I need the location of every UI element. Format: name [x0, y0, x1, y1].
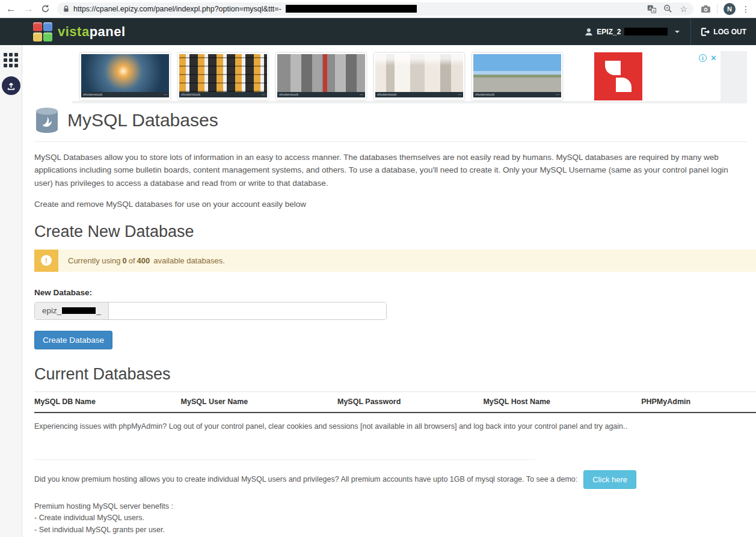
intro-paragraph-2: Create and remove MySQL databases for us…: [34, 200, 747, 209]
shutterstock-logo[interactable]: [594, 52, 642, 100]
logo-squares-icon: [33, 22, 52, 41]
logout-button[interactable]: LOG OUT: [691, 18, 749, 45]
url-text: https://cpanel.epizy.com/panel/indexpl.p…: [73, 5, 281, 13]
column-host-name: MySQL Host Name: [483, 397, 641, 406]
toolbar-divider: [717, 4, 718, 14]
phpmyadmin-note: Experiencing issues with phpMyAdmin? Log…: [34, 422, 747, 431]
browser-profile-avatar[interactable]: N: [724, 3, 736, 15]
create-database-heading: Create New Database: [34, 222, 747, 241]
user-icon: [585, 28, 593, 36]
intro-paragraph: MySQL Databases allow you to store lots …: [34, 151, 747, 189]
reload-icon[interactable]: [41, 4, 50, 13]
app-navbar: vistapanel EPIZ_2 LOG OUT: [0, 18, 756, 45]
zoom-out-icon[interactable]: [663, 4, 672, 13]
browser-menu-icon[interactable]: ⋮: [742, 4, 750, 14]
back-icon[interactable]: ←: [6, 4, 16, 14]
left-sidebar: [0, 45, 22, 537]
logout-icon: [701, 28, 710, 36]
ad-creative[interactable]: shutterstock— shutterstock— shutterstock…: [72, 51, 721, 101]
divider: [34, 459, 535, 460]
database-prefix-addon: epiz_ _: [35, 302, 109, 319]
ad-thumbnail-city[interactable]: shutterstock—: [276, 53, 366, 100]
forward-icon[interactable]: →: [23, 4, 34, 14]
redaction-bar: [624, 28, 668, 35]
benefit-item: - Set individual MySQL grants per user.: [34, 525, 747, 535]
ad-banner: shutterstock— shutterstock— shutterstock…: [72, 51, 747, 103]
stock-image: [277, 54, 365, 92]
chevron-down-icon: [675, 31, 680, 33]
click-here-button[interactable]: Click here: [583, 470, 636, 489]
database-name-input[interactable]: [109, 302, 386, 319]
new-database-input-group: epiz_ _: [34, 302, 387, 320]
browser-chrome: ← → https://cpanel.epizy.com/panel/index…: [0, 0, 756, 18]
brand-text: vistapanel: [58, 24, 126, 40]
page-title: MySQL Databases: [67, 110, 218, 130]
ad-thumbnail-door[interactable]: shutterstock—: [80, 53, 170, 100]
redaction-bar: [286, 5, 417, 13]
bookmark-star-icon[interactable]: ☆: [680, 4, 687, 14]
reload-icon-glyph: [41, 4, 50, 13]
translate-icon[interactable]: A a: [647, 5, 656, 13]
warning-icon: !: [34, 250, 58, 272]
benefit-item: - Create individual MySQL users.: [34, 513, 747, 523]
ad-thumbnail-templates[interactable]: shutterstock—: [178, 53, 268, 100]
stock-image: [179, 54, 267, 92]
watermark-label: shutterstock: [279, 93, 298, 96]
usage-alert-text: Currently using 0 of 400 available datab…: [58, 250, 235, 272]
stock-image: [81, 54, 169, 92]
databases-table: MySQL DB Name MySQL User Name MySQL Pass…: [34, 391, 756, 413]
logo-shape: [616, 78, 632, 92]
current-databases-heading: Current Databases: [34, 365, 747, 384]
stock-image: [375, 54, 463, 92]
watermark-label: shutterstock: [83, 93, 102, 96]
table-header-row: MySQL DB Name MySQL User Name MySQL Pass…: [34, 391, 756, 413]
upload-icon: [6, 81, 16, 91]
logout-label: LOG OUT: [713, 28, 746, 36]
vistapanel-logo[interactable]: vistapanel: [33, 22, 126, 41]
camera-extension-icon[interactable]: [701, 5, 711, 13]
apps-grid-icon[interactable]: [4, 53, 18, 67]
watermark-label: shutterstock: [475, 93, 494, 96]
main-content: shutterstock— shutterstock— shutterstock…: [22, 45, 756, 537]
column-db-name: MySQL DB Name: [34, 397, 181, 406]
mysql-database-icon: [34, 106, 60, 134]
logo-shape: [605, 61, 621, 75]
databases-used-count: 0: [122, 256, 126, 265]
column-password: MySQL Password: [337, 397, 483, 406]
column-phpmyadmin: PHPMyAdmin: [641, 397, 756, 406]
ad-thumbnail-elevator[interactable]: shutterstock—: [374, 53, 464, 100]
ad-thumbnail-suburb[interactable]: shutterstock—: [472, 53, 562, 100]
svg-text:a: a: [653, 8, 655, 12]
create-database-button[interactable]: Create Database: [34, 331, 112, 349]
column-user-name: MySQL User Name: [181, 397, 337, 406]
new-database-label: New Database:: [34, 288, 747, 297]
redaction-bar: [62, 307, 96, 314]
premium-demo-text: Did you know premium hosting allows you …: [34, 475, 577, 483]
username: EPIZ_2: [597, 28, 621, 36]
stock-image: [473, 54, 561, 92]
address-bar[interactable]: https://cpanel.epizy.com/panel/indexpl.p…: [57, 2, 693, 16]
account-menu[interactable]: EPIZ_2: [574, 18, 690, 45]
adchoices-info-icon[interactable]: i: [699, 54, 707, 62]
watermark-label: shutterstock: [181, 93, 200, 96]
lock-icon: [63, 5, 69, 13]
usage-alert: ! Currently using 0 of 400 available dat…: [34, 250, 756, 272]
upload-button[interactable]: [2, 76, 20, 95]
databases-total-count: 400: [137, 256, 150, 265]
ad-close-icon[interactable]: ✕: [710, 54, 717, 62]
premium-benefits: Premium hosting MySQL server benefits : …: [34, 502, 747, 537]
watermark-label: shutterstock: [377, 93, 396, 96]
benefits-title: Premium hosting MySQL server benefits :: [34, 502, 747, 512]
